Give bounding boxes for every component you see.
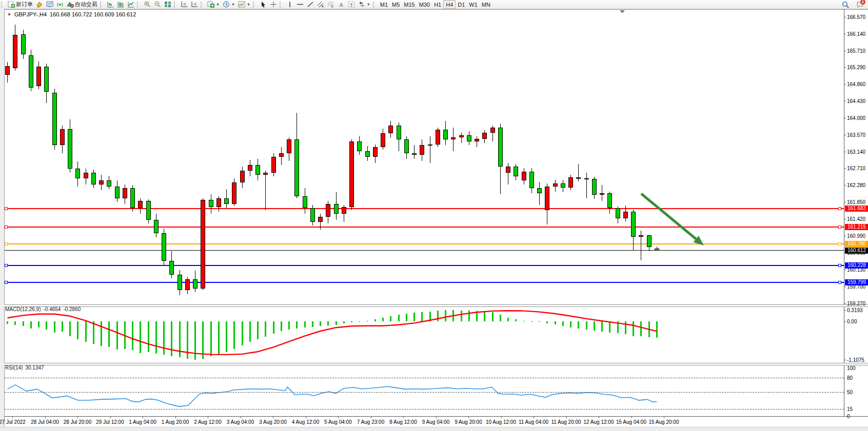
macd-histogram-bar [601,321,603,332]
price-tick-label: 166.140 [847,31,865,37]
macd-histogram-bar [367,321,368,321]
candle-down [209,200,213,207]
macd-histogram-bar [640,321,642,336]
time-label: 28 Jul 20:00 [64,419,92,425]
time-label: 7 Aug 23:00 [357,419,384,425]
macd-histogram-bar [445,310,446,321]
candle-wick [477,136,477,147]
candle-up [287,139,291,153]
candle-down [404,139,409,153]
horizontal-line-160.612[interactable] [5,250,844,251]
candle-down [514,167,518,176]
macd-histogram-bar [398,315,400,321]
line-handle[interactable] [5,264,8,267]
macd-histogram-bar [46,321,47,330]
macd-histogram-bar [586,321,587,330]
macd-histogram-bar [351,321,352,322]
candle-down [75,169,80,178]
line-handle[interactable] [5,225,8,229]
candle-up [428,145,432,146]
time-tick [12,416,13,418]
candle-down [294,139,299,196]
candle-up [639,235,643,236]
price-tick [844,219,846,219]
macd-histogram-bar [468,311,470,321]
rsi-level-label: 15 [847,406,853,412]
macd-histogram-bar [578,321,579,329]
time-label: 3 Aug 20:00 [259,419,286,425]
line-handle[interactable] [5,207,8,210]
horizontal-line-161.215[interactable] [5,227,844,228]
candle-down [146,201,151,220]
time-tick [110,416,111,418]
line-handle[interactable] [5,242,8,245]
candle-up [506,167,510,172]
line-handle[interactable] [838,225,841,229]
macd-histogram-bar [296,321,298,329]
candle-up [373,147,378,157]
macd-histogram-bar [194,321,196,360]
macd-histogram-bar [500,315,501,321]
macd-histogram-bar [312,321,313,327]
macd-histogram-bar [210,321,212,356]
macd-histogram-bar [476,311,478,321]
price-tick [844,185,846,186]
price-tick [844,303,846,304]
candle-up [5,66,10,74]
candle-up [138,201,143,208]
horizontal-line-161.683[interactable] [5,208,844,209]
candle-down [44,67,49,92]
candle-up [342,207,346,214]
price-tick-label: 165.290 [847,65,865,70]
macd-tick [844,360,846,360]
time-tick [403,416,404,418]
horizontal-line-159.799[interactable] [5,282,844,283]
price-line-badge: 159.799 [845,279,868,285]
macd-histogram-bar [140,321,141,353]
macd-tick [844,321,846,322]
horizontal-line-160.786[interactable] [5,243,844,244]
macd-tick-label: 0.3193 [847,307,863,313]
horizontal-line-160.228[interactable] [5,265,844,266]
candle-up [123,188,127,198]
macd-histogram-bar [507,318,509,321]
candle-up [388,126,393,133]
price-tick [844,270,846,270]
macd-histogram-bar [288,321,290,330]
macd-histogram-bar [304,321,306,327]
time-label: 2 Aug 12:00 [194,419,221,425]
candle-up [545,187,549,210]
macd-histogram-bar [93,321,94,344]
line-handle[interactable] [838,264,841,267]
macd-histogram-bar [202,321,204,359]
candle-up [240,171,245,182]
candle-up [623,212,628,218]
mt4-terminal: 新订单 自动交易 [0,0,868,431]
candle-down [631,212,636,236]
time-label: 9 Aug 20:00 [455,419,482,425]
line-handle[interactable] [5,281,8,284]
candle-wick [414,145,415,159]
candle-down [68,129,72,169]
trend-arrow-line[interactable] [641,194,696,239]
macd-histogram-bar [336,321,337,325]
chart-plot-area[interactable]: 166.570166.140165.710165.290164.860164.4… [0,0,868,431]
time-tick [208,416,208,418]
line-handle[interactable] [838,207,841,210]
macd-histogram-bar [101,321,102,346]
time-label: 9 Aug 04:00 [422,419,449,425]
candle-down [537,188,542,193]
candle-up [568,177,573,188]
macd-histogram-bar [171,321,172,356]
candle-down [177,275,182,291]
candle-up [475,139,479,141]
candle-wick [265,171,266,210]
candle-up [490,128,495,133]
candle-down [255,165,260,175]
macd-histogram-bar [437,311,439,321]
line-handle[interactable] [838,242,841,245]
line-handle[interactable] [838,281,841,284]
candle-wick [430,136,430,162]
rsi-level-label: 80 [847,375,853,381]
candle-down [529,172,534,188]
